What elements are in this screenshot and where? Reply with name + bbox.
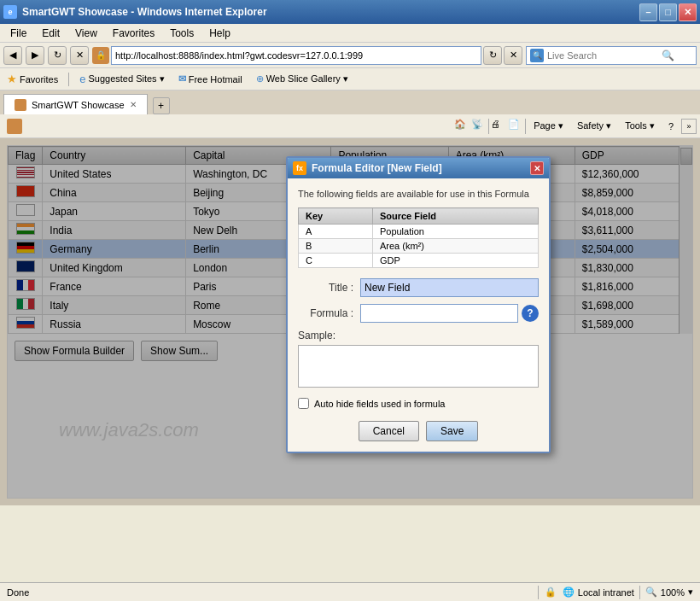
- free-hotmail-item[interactable]: ✉ Free Hotmail: [175, 72, 246, 86]
- address-input[interactable]: [111, 46, 481, 65]
- tab-smartgwt[interactable]: SmartGWT Showcase ✕: [3, 94, 148, 114]
- field-key-cell: B: [299, 239, 373, 254]
- zone-icon: 🌐: [563, 586, 575, 598]
- field-row: C GDP: [299, 254, 539, 268]
- zoom-area: 🔍 100% ▾: [645, 586, 693, 598]
- zone-text: Local intranet: [578, 587, 634, 598]
- zoom-dropdown-icon[interactable]: ▾: [688, 586, 693, 598]
- main-content: Flag Country Capital Population Area (km…: [0, 138, 700, 505]
- ie-icon: e: [79, 73, 85, 85]
- refresh-addr-button[interactable]: ↻: [483, 46, 502, 65]
- dialog-buttons: Cancel Save: [298, 421, 539, 441]
- back-button[interactable]: ◀: [3, 46, 22, 65]
- title-row: Title :: [298, 278, 539, 297]
- tools-button[interactable]: Tools ▾: [619, 118, 661, 134]
- stop-addr-button[interactable]: ✕: [504, 46, 522, 65]
- field-name-cell: GDP: [372, 254, 538, 268]
- field-row: B Area (km²): [299, 239, 539, 254]
- search-button[interactable]: 🔍: [662, 50, 674, 61]
- dialog-body: The following fields are available for u…: [288, 178, 549, 452]
- formula-label: Formula :: [298, 307, 353, 319]
- web-slice-label: Web Slice Gallery ▾: [266, 73, 348, 85]
- home-icon[interactable]: 🏠: [454, 119, 470, 134]
- web-slice-gallery-item[interactable]: ⊕ Web Slice Gallery ▾: [253, 72, 352, 86]
- smartgwt-panel: Flag Country Capital Population Area (km…: [7, 145, 693, 499]
- fields-table: Key Source Field A Population B Area (km…: [298, 207, 539, 268]
- menu-edit[interactable]: Edit: [35, 26, 67, 41]
- dialog-title-bar: fx Formula Editor [New Field] ✕: [288, 158, 549, 178]
- menu-bar: File Edit View Favorites Tools Help: [0, 24, 700, 43]
- forward-button[interactable]: ▶: [26, 46, 44, 65]
- checkbox-row: Auto hide fields used in formula: [298, 398, 539, 409]
- minimize-button[interactable]: –: [639, 3, 657, 21]
- suggested-sites-item[interactable]: e Suggested Sites ▾: [76, 71, 167, 87]
- tab-close-icon[interactable]: ✕: [130, 100, 137, 109]
- formula-icon: fx: [293, 161, 306, 175]
- formula-input[interactable]: [360, 304, 518, 323]
- tab-bar: SmartGWT Showcase ✕ +: [0, 90, 700, 114]
- status-text: Done: [7, 587, 531, 598]
- window-title: SmartGWT Showcase - Windows Internet Exp…: [22, 6, 267, 18]
- checkbox-label: Auto hide fields used in formula: [314, 399, 445, 409]
- rss-icon[interactable]: 📡: [471, 119, 487, 134]
- title-label: Title :: [298, 282, 353, 294]
- url-icon: 🔒: [92, 47, 109, 64]
- hotmail-icon: ✉: [178, 73, 186, 85]
- web-slice-icon: ⊕: [256, 73, 264, 85]
- dialog-description: The following fields are available for u…: [298, 189, 539, 199]
- address-bar: ◀ ▶ ↻ ✕ 🔒 ↻ ✕ 🔍 🔍: [0, 43, 700, 68]
- help-button[interactable]: ?: [662, 119, 680, 134]
- search-bar: 🔍 🔍: [526, 46, 697, 65]
- safety-label: Safety ▾: [577, 120, 611, 131]
- cancel-button[interactable]: Cancel: [359, 421, 419, 441]
- browser-toolbar: 🏠 📡 🖨 📄 Page ▾ Safety ▾ Tools ▾ ? »: [0, 114, 700, 138]
- sample-label: Sample:: [298, 330, 539, 341]
- sample-section: Sample:: [298, 330, 539, 388]
- page-button[interactable]: Page ▾: [528, 118, 569, 134]
- print2-icon[interactable]: 📄: [508, 119, 523, 134]
- field-key-cell: A: [299, 225, 373, 239]
- status-sep2: [639, 586, 640, 599]
- dialog-close-button[interactable]: ✕: [530, 161, 544, 175]
- menu-help[interactable]: Help: [202, 26, 237, 41]
- status-zone: 🌐 Local intranet: [563, 586, 634, 598]
- col-source-field: Source Field: [372, 208, 538, 225]
- menu-view[interactable]: View: [68, 26, 104, 41]
- status-bar: Done 🔒 🌐 Local intranet 🔍 100% ▾: [0, 582, 700, 601]
- stop-button[interactable]: ✕: [70, 46, 89, 65]
- page-label: Page ▾: [534, 120, 563, 131]
- menu-favorites[interactable]: Favorites: [106, 26, 161, 41]
- formula-help-button[interactable]: ?: [522, 305, 539, 322]
- favorites-item[interactable]: ★ Favorites: [3, 71, 61, 87]
- dialog-title: Formula Editor [New Field]: [312, 162, 442, 174]
- sep2: [525, 119, 526, 134]
- field-name-cell: Population: [372, 225, 538, 239]
- expand-toolbar-button[interactable]: »: [681, 119, 697, 134]
- save-button[interactable]: Save: [426, 421, 478, 441]
- sample-box: [298, 345, 539, 388]
- menu-file[interactable]: File: [3, 26, 33, 41]
- help-icon: ?: [668, 121, 674, 131]
- refresh-button[interactable]: ↻: [48, 46, 67, 65]
- new-tab-button[interactable]: +: [153, 97, 170, 114]
- close-button[interactable]: ✕: [679, 3, 697, 21]
- print-icon[interactable]: 🖨: [491, 119, 506, 134]
- tools-label: Tools ▾: [625, 120, 655, 131]
- divider: [68, 73, 69, 86]
- auto-hide-checkbox[interactable]: [298, 398, 309, 409]
- favorites-label: Favorites: [20, 74, 58, 85]
- free-hotmail-label: Free Hotmail: [189, 74, 242, 85]
- title-bar: e SmartGWT Showcase - Windows Internet E…: [0, 0, 700, 24]
- tab-favicon: [15, 99, 26, 111]
- maximize-button[interactable]: □: [659, 3, 677, 21]
- modal-overlay: fx Formula Editor [New Field] ✕ The foll…: [8, 146, 692, 498]
- menu-tools[interactable]: Tools: [163, 26, 201, 41]
- status-right: 🔒 🌐 Local intranet 🔍 100% ▾: [538, 586, 693, 599]
- search-input[interactable]: [547, 50, 658, 61]
- suggested-sites-label: Suggested Sites ▾: [88, 73, 164, 85]
- safety-button[interactable]: Safety ▾: [571, 118, 617, 134]
- sep1: [488, 119, 489, 134]
- formula-row: Formula : ?: [298, 304, 539, 323]
- field-row: A Population: [299, 225, 539, 239]
- title-input[interactable]: [360, 278, 539, 297]
